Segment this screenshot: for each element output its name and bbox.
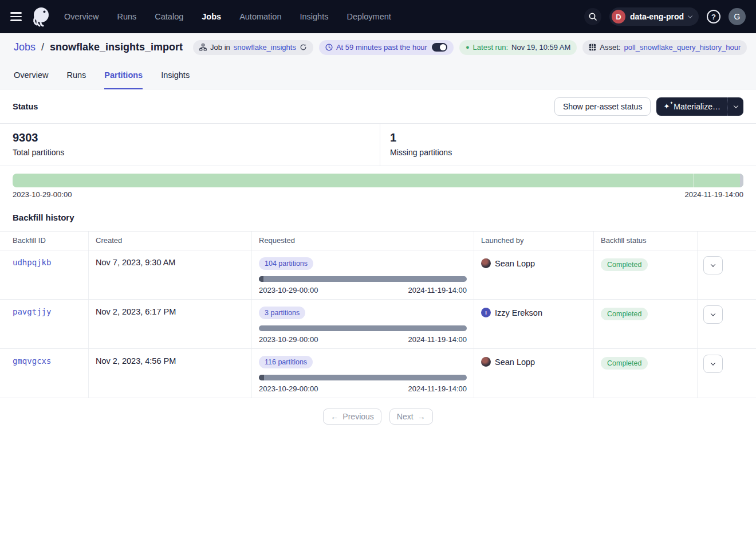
status-header: Status Show per-asset status ✦✦ Material… [0, 89, 756, 123]
schedule-toggle[interactable] [432, 43, 447, 52]
help-icon: ? [711, 13, 716, 21]
nav-item-automation[interactable]: Automation [239, 12, 281, 21]
tab-overview[interactable]: Overview [14, 62, 48, 89]
created-value: Nov 2, 2023, 6:17 PM [96, 307, 176, 316]
nav-item-deployment[interactable]: Deployment [346, 12, 391, 21]
top-nav: Overview Runs Catalog Jobs Automation In… [0, 0, 756, 33]
materialize-dropdown-button[interactable] [727, 97, 743, 116]
next-label: Next [397, 412, 414, 421]
search-button[interactable] [584, 8, 601, 25]
asset-link[interactable]: poll_snowflake_query_history_hour [624, 43, 741, 52]
tab-runs[interactable]: Runs [66, 62, 86, 89]
latest-run-time[interactable]: Nov 19, 10:59 AM [511, 43, 570, 52]
launched-by: Sean Lopp [481, 258, 586, 268]
help-button[interactable]: ? [707, 10, 720, 23]
job-location-badge: Job in snowflake_insights [193, 40, 313, 55]
row-range-end: 2024-11-19-14:00 [408, 384, 467, 393]
column-backfill-id: Backfill ID [0, 231, 89, 250]
previous-label: Previous [342, 412, 373, 421]
tab-insights[interactable]: Insights [161, 62, 190, 89]
row-range-start: 2023-10-29-00:00 [259, 384, 318, 393]
previous-page-button[interactable]: ← Previous [323, 409, 381, 425]
nav-item-overview[interactable]: Overview [64, 12, 99, 21]
requested-range-bar [259, 325, 467, 331]
requested-range-highlight [259, 375, 264, 380]
row-range-end: 2024-11-19-14:00 [408, 335, 467, 344]
backfill-id-link[interactable]: gmqvgcxs [13, 356, 51, 366]
partition-health-bar[interactable] [13, 174, 743, 187]
user-avatar[interactable]: G [729, 8, 746, 25]
launched-by-name: Sean Lopp [495, 358, 535, 367]
nav-item-runs[interactable]: Runs [117, 12, 136, 21]
page-title: snowflake_insights_import [50, 41, 183, 53]
nav-items: Overview Runs Catalog Jobs Automation In… [64, 12, 391, 21]
materialize-button[interactable]: ✦✦ Materialize… [656, 97, 727, 116]
column-requested: Requested [252, 231, 474, 250]
refresh-icon[interactable] [300, 44, 307, 51]
show-per-asset-status-button[interactable]: Show per-asset status [554, 97, 651, 116]
health-bar-labels: 2023-10-29-00:00 2024-11-19-14:00 [13, 190, 743, 199]
row-actions-button[interactable] [703, 355, 723, 373]
materialize-label: Materialize… [674, 102, 720, 111]
column-launched-by: Launched by [474, 231, 594, 250]
backfill-history-title: Backfill history [0, 199, 756, 231]
requested-range-highlight [259, 276, 263, 282]
launched-by-name: Sean Lopp [495, 259, 535, 268]
partition-health-section: 2023-10-29-00:00 2024-11-19-14:00 [0, 166, 756, 199]
created-value: Nov 2, 2023, 4:56 PM [96, 356, 176, 366]
user-initial-avatar: I [481, 308, 491, 317]
chevron-down-icon [711, 360, 715, 365]
total-partitions-stat: 9303 Total partitions [0, 124, 380, 166]
range-start-label: 2023-10-29-00:00 [13, 190, 72, 199]
status-badge: Completed [601, 308, 648, 320]
requested-partitions-badge[interactable]: 104 partitions [259, 257, 313, 270]
status-title: Status [13, 102, 38, 111]
column-backfill-status: Backfill status [594, 231, 698, 250]
deployment-name: data-eng-prod [630, 12, 684, 21]
backfill-id-link[interactable]: pavgtjjy [13, 307, 51, 316]
green-dot-icon: ● [466, 44, 470, 50]
grid-icon [589, 44, 596, 51]
breadcrumb-separator: / [41, 41, 44, 53]
sparkle-icon: ✦✦ [663, 103, 670, 110]
created-value: Nov 7, 2023, 9:30 AM [96, 258, 175, 267]
requested-partitions-badge[interactable]: 3 partitions [259, 307, 305, 319]
row-actions-button[interactable] [703, 256, 723, 274]
arrow-right-icon: → [418, 412, 426, 421]
backfill-id-link[interactable]: udhpqjkb [13, 258, 51, 267]
code-location-link[interactable]: snowflake_insights [234, 43, 296, 52]
breadcrumb-row: Jobs / snowflake_insights_import Job in … [0, 33, 756, 61]
deployment-switcher[interactable]: D data-eng-prod [609, 7, 699, 26]
page: Overview Runs Catalog Jobs Automation In… [0, 0, 756, 538]
latest-run-label: Latest run: [473, 43, 508, 52]
launched-by: I Izzy Erekson [481, 308, 586, 317]
nav-item-insights[interactable]: Insights [300, 12, 328, 21]
search-icon [588, 12, 597, 21]
user-photo-avatar [481, 357, 491, 367]
total-partitions-label: Total partitions [13, 148, 367, 157]
tab-partitions[interactable]: Partitions [104, 62, 143, 89]
table-row: udhpqjkb Nov 7, 2023, 9:30 AM 104 partit… [0, 250, 756, 300]
pagination: ← Previous Next → [0, 409, 756, 425]
status-badge: Completed [601, 258, 648, 271]
breadcrumb-jobs-link[interactable]: Jobs [14, 41, 36, 53]
hierarchy-icon [199, 44, 207, 51]
chevron-down-icon [711, 262, 715, 266]
requested-range-bar [259, 276, 467, 282]
column-actions [698, 231, 756, 250]
dagster-logo-icon[interactable] [30, 6, 52, 28]
schedule-badge: At 59 minutes past the hour [319, 40, 454, 55]
nav-item-jobs[interactable]: Jobs [202, 12, 221, 21]
chevron-down-icon [688, 13, 692, 18]
materialize-split-button: ✦✦ Materialize… [656, 97, 743, 116]
row-actions-button[interactable] [703, 305, 723, 324]
menu-icon[interactable] [10, 12, 22, 21]
status-actions: Show per-asset status ✦✦ Materialize… [554, 97, 743, 116]
row-range-start: 2023-10-29-00:00 [259, 335, 318, 344]
table-header-row: Backfill ID Created Requested Launched b… [0, 231, 756, 250]
health-bar-divider [694, 174, 694, 187]
requested-partitions-badge[interactable]: 116 partitions [259, 356, 313, 368]
nav-item-catalog[interactable]: Catalog [155, 12, 183, 21]
next-page-button[interactable]: Next → [389, 409, 433, 425]
backfill-history-table: Backfill ID Created Requested Launched b… [0, 231, 756, 398]
